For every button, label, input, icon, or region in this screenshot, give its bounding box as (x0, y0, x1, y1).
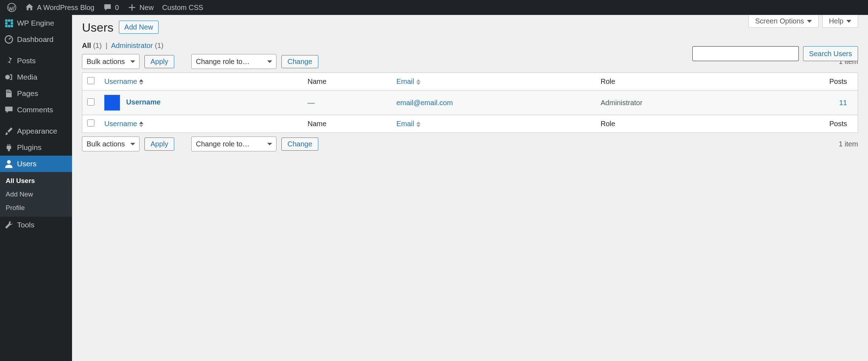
chevron-down-icon (807, 20, 812, 23)
svg-point-11 (7, 160, 11, 164)
table-row: Username — email@email.com Administrator… (82, 91, 858, 115)
svg-rect-1 (5, 20, 8, 22)
menu-plugins[interactable]: Plugins (0, 139, 72, 156)
col-email-foot[interactable]: Email (391, 115, 596, 133)
row-checkbox[interactable] (87, 98, 94, 106)
site-name[interactable]: A WordPress Blog (21, 0, 99, 15)
email-link[interactable]: email@email.com (396, 99, 453, 107)
users-submenu: All Users Add New Profile (0, 172, 72, 217)
help-button[interactable]: Help (822, 15, 858, 28)
apply-button-bottom[interactable]: Apply (144, 138, 174, 151)
filter-administrator[interactable]: Administrator (111, 42, 153, 49)
svg-rect-3 (11, 20, 13, 22)
chevron-down-icon (846, 20, 851, 23)
plug-icon (4, 143, 13, 152)
search-input[interactable] (692, 46, 799, 61)
comment-icon (103, 3, 112, 12)
comments-count: 0 (115, 4, 119, 12)
change-button-bottom[interactable]: Change (281, 138, 318, 151)
comments-link[interactable]: 0 (99, 0, 123, 15)
change-role-select-bottom[interactable]: Change role to… (191, 136, 276, 151)
menu-dashboard[interactable]: Dashboard (0, 31, 72, 48)
change-role-select-top[interactable]: Change role to… (191, 54, 276, 69)
svg-rect-2 (8, 20, 10, 22)
apply-button-top[interactable]: Apply (144, 55, 174, 68)
menu-tools[interactable]: Tools (0, 217, 72, 233)
menu-appearance[interactable]: Appearance (0, 123, 72, 139)
home-icon (25, 3, 34, 12)
wrench-icon (4, 220, 13, 230)
admin-menu: WP Engine Dashboard Posts Media Pages Co… (0, 15, 72, 361)
avatar (104, 95, 120, 111)
svg-point-10 (5, 75, 10, 80)
chat-icon (4, 105, 13, 114)
pin-icon (4, 56, 13, 65)
col-name: Name (303, 73, 391, 91)
username-link[interactable]: Username (126, 98, 161, 106)
new-content[interactable]: New (123, 0, 158, 15)
bulk-actions-select-bottom[interactable]: Bulk actions (82, 136, 139, 151)
col-username-foot[interactable]: Username (99, 115, 303, 133)
col-role-foot: Role (596, 115, 755, 133)
posts-link[interactable]: 11 (839, 99, 847, 107)
brush-icon (4, 126, 13, 136)
svg-rect-7 (8, 25, 10, 27)
filter-all[interactable]: All (82, 42, 91, 49)
admin-bar: A WordPress Blog 0 New Custom CSS (0, 0, 868, 15)
users-table: Username Name Email Role Posts Username (82, 72, 858, 133)
menu-media[interactable]: Media (0, 69, 72, 85)
new-label: New (139, 4, 154, 12)
menu-posts[interactable]: Posts (0, 53, 72, 69)
media-icon (4, 72, 13, 82)
svg-rect-8 (11, 25, 13, 27)
plus-icon (127, 3, 137, 12)
menu-comments[interactable]: Comments (0, 102, 72, 118)
search-users-button[interactable]: Search Users (803, 46, 858, 61)
menu-users[interactable]: Users (0, 156, 72, 172)
menu-pages[interactable]: Pages (0, 85, 72, 102)
page-icon (4, 89, 13, 98)
svg-rect-4 (5, 22, 8, 25)
menu-wpengine[interactable]: WP Engine (0, 15, 72, 31)
wpengine-icon (4, 18, 13, 28)
col-posts: Posts (755, 73, 858, 91)
custom-css-link[interactable]: Custom CSS (158, 0, 208, 15)
select-all-top[interactable] (87, 77, 94, 84)
submenu-all-users[interactable]: All Users (0, 174, 72, 188)
wp-logo[interactable] (3, 0, 21, 15)
submenu-add-new[interactable]: Add New (0, 188, 72, 201)
svg-rect-5 (11, 22, 13, 25)
main-content: Screen Options Help Users Add New All (1… (72, 15, 868, 361)
svg-rect-6 (5, 25, 8, 27)
col-role: Role (596, 73, 755, 91)
user-icon (4, 159, 13, 168)
col-posts-foot: Posts (755, 115, 858, 133)
submenu-profile[interactable]: Profile (0, 201, 72, 215)
col-name-foot: Name (303, 115, 391, 133)
row-name: — (303, 91, 391, 115)
row-role: Administrator (596, 91, 755, 115)
col-email[interactable]: Email (391, 73, 596, 91)
col-username[interactable]: Username (99, 73, 303, 91)
select-all-bottom[interactable] (87, 119, 94, 126)
item-count-bottom: 1 item (839, 140, 858, 148)
site-title: A WordPress Blog (37, 4, 94, 12)
page-title: Users (82, 21, 114, 34)
bulk-actions-select-top[interactable]: Bulk actions (82, 54, 139, 69)
change-button-top[interactable]: Change (281, 55, 318, 68)
dashboard-icon (4, 35, 13, 44)
screen-options-button[interactable]: Screen Options (748, 15, 819, 28)
add-new-button[interactable]: Add New (119, 21, 158, 34)
